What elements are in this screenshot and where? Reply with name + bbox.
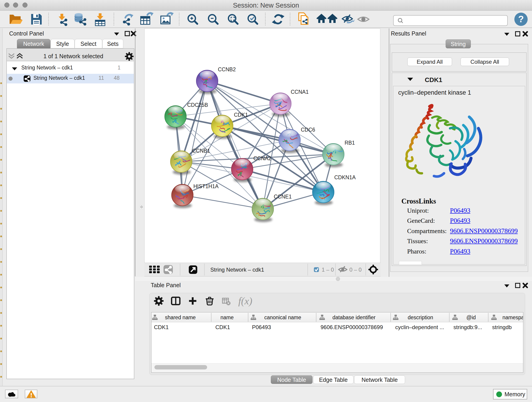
svg-text:CDK1: CDK1 [234, 112, 248, 118]
svg-text:CCNB2: CCNB2 [218, 66, 236, 72]
svg-text:CDKN1A: CDKN1A [334, 174, 356, 180]
svg-text:0 – 0: 0 – 0 [349, 267, 361, 273]
svg-text:f(x): f(x) [238, 295, 252, 307]
svg-text:namespace: namespace [502, 314, 523, 320]
svg-text:?: ? [518, 14, 524, 24]
svg-text:CCNB1: CCNB1 [192, 148, 210, 154]
svg-text:canonical name: canonical name [264, 314, 301, 320]
svg-text:shared name: shared name [165, 314, 196, 320]
svg-text:String Network – cdk1: String Network – cdk1 [210, 267, 264, 273]
svg-text:description: description [408, 314, 433, 320]
svg-text:database identifier: database identifier [332, 314, 375, 320]
svg-text:CCNE1: CCNE1 [274, 194, 292, 200]
svg-text:HIST1H1A: HIST1H1A [193, 183, 219, 189]
svg-text:CCNA2: CCNA2 [253, 155, 271, 161]
svg-text:CDC25B: CDC25B [187, 102, 208, 108]
svg-text:name: name [220, 314, 234, 320]
svg-text:CCNA1: CCNA1 [291, 89, 309, 95]
svg-text:1 – 0: 1 – 0 [322, 267, 334, 273]
svg-text:RB1: RB1 [345, 140, 355, 146]
svg-text:@id: @id [466, 314, 476, 320]
svg-text:CDC6: CDC6 [301, 127, 315, 133]
